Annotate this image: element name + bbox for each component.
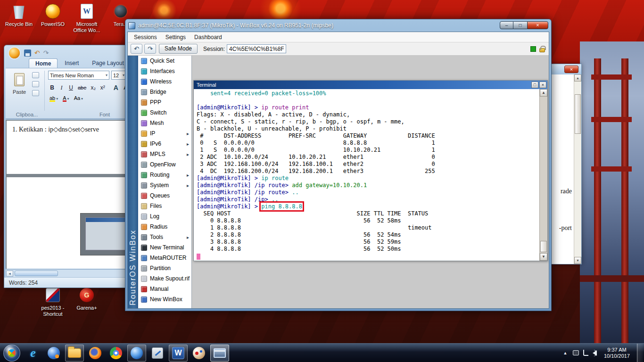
menu-item-sessions[interactable]: Sessions <box>130 33 161 42</box>
copy-icon[interactable] <box>32 81 39 87</box>
undo-icon[interactable]: ↶ <box>131 44 142 54</box>
paste-button[interactable]: Paste <box>9 71 29 109</box>
sidebar-item-routing[interactable]: Routing▸ <box>138 170 191 180</box>
desktop-icon-poweriso[interactable]: PowerISO <box>36 3 70 33</box>
menu-item-dashboard[interactable]: Dashboard <box>190 33 226 42</box>
tab-page-layout[interactable]: Page Layout <box>86 58 130 68</box>
word-count[interactable]: Words: 254 <box>9 280 38 286</box>
sidebar-item-openflow[interactable]: OpenFlow <box>138 159 191 170</box>
close-button[interactable]: × <box>564 66 578 73</box>
taskbar-word[interactable]: W <box>169 345 188 362</box>
background-window-titlebar[interactable]: × <box>549 64 581 74</box>
bold-button[interactable]: B <box>48 83 56 92</box>
taskbar-paint[interactable] <box>190 345 208 362</box>
sidebar-item-new-winbox[interactable]: New WinBox <box>138 294 191 304</box>
desktop-icon-garena[interactable]: GGarena+ <box>70 287 104 317</box>
clock[interactable]: 9:37 AM 10/10/2017 <box>601 347 633 359</box>
cut-icon[interactable] <box>32 72 39 78</box>
font-name-select[interactable]: Times New Roman ▾ <box>48 71 109 80</box>
strikethrough-button[interactable]: abe <box>76 83 88 92</box>
sidebar-item-manual[interactable]: Manual <box>138 284 191 294</box>
sidebar-item-label: Bridge <box>150 89 166 95</box>
sidebar-item-make-supout-rif[interactable]: Make Supout.rif <box>138 273 191 284</box>
taskbar-chrome[interactable] <box>107 345 125 362</box>
taskbar-media-player[interactable] <box>44 345 63 362</box>
scroll-down-icon[interactable]: ▼ <box>540 253 547 261</box>
sidebar-item-label: Interfaces <box>150 68 175 74</box>
scrollbar-thumb[interactable] <box>540 241 547 252</box>
change-case-button[interactable]: Aa ▾ <box>73 95 84 103</box>
background-window-scrollbar[interactable]: ▲ ▼ <box>574 74 581 264</box>
minimize-button[interactable]: – <box>500 21 513 29</box>
maximize-button[interactable]: □ <box>513 21 527 29</box>
grow-font-button[interactable]: A <box>112 83 120 92</box>
taskbar-internet-explorer[interactable]: e <box>24 345 42 362</box>
close-button[interactable]: × <box>539 82 546 88</box>
scroll-left-icon[interactable]: ◂ <box>6 271 13 277</box>
sidebar-item-interfaces[interactable]: Interfaces <box>138 66 191 76</box>
sidebar-item-ppp[interactable]: PPP <box>138 97 191 107</box>
terminal-titlebar[interactable]: Terminal □ × <box>194 81 547 89</box>
show-desktop-button[interactable] <box>637 344 643 362</box>
taskbar-file-explorer[interactable] <box>65 345 84 362</box>
terminal-text[interactable]: sent=4 received=0 packet-loss=100%[admin… <box>194 89 539 261</box>
format-painter-icon[interactable] <box>32 90 39 96</box>
redo-icon[interactable]: ↷ <box>43 49 49 56</box>
desktop-icon-image: G <box>78 287 95 304</box>
sidebar-item-mpls[interactable]: MPLS▸ <box>138 149 191 159</box>
close-button[interactable]: × <box>527 21 548 29</box>
hidden-icons-button[interactable]: ▲ <box>562 351 569 355</box>
sidebar-item-metarouter[interactable]: MetaROUTER <box>138 253 191 263</box>
undo-icon[interactable]: ↶ <box>34 49 40 56</box>
menu-item-settings[interactable]: Settings <box>161 33 190 42</box>
scrollbar-thumb[interactable] <box>15 271 58 276</box>
sidebar-item-radius[interactable]: Radius <box>138 222 191 232</box>
font-size-select[interactable]: 12 ▾ <box>111 71 126 80</box>
volume-icon[interactable] <box>593 350 597 356</box>
scroll-down-icon[interactable]: ▼ <box>574 257 581 264</box>
scroll-up-icon[interactable]: ▲ <box>540 89 547 97</box>
sidebar-item-partition[interactable]: Partition <box>138 263 191 273</box>
sidebar-item-new-terminal[interactable]: New Terminal <box>138 242 191 253</box>
taskbar-active-window[interactable] <box>210 345 229 362</box>
sidebar-item-ipv6[interactable]: IPv6▸ <box>138 139 191 149</box>
tab-insert[interactable]: Insert <box>58 58 85 68</box>
highlight-button[interactable]: ab ▾ <box>48 95 59 103</box>
usb-icon[interactable] <box>583 350 588 356</box>
italic-button[interactable]: I <box>58 83 66 92</box>
scrollbar-thumb[interactable] <box>575 94 581 134</box>
sidebar-item-mesh[interactable]: Mesh <box>138 118 191 128</box>
office-button[interactable] <box>8 47 21 59</box>
sidebar-item-ip[interactable]: IP▸ <box>138 128 191 139</box>
sidebar-item-wireless[interactable]: Wireless <box>138 76 191 87</box>
sidebar-item-files[interactable]: Files <box>138 201 191 211</box>
subscript-button[interactable]: x₂ <box>89 83 97 92</box>
taskbar-editor[interactable] <box>148 345 167 362</box>
session-input[interactable] <box>227 44 286 53</box>
desktop-icon-microsoft-office-wo[interactable]: WMicrosoft Office Wo... <box>70 3 104 33</box>
taskbar-winbox-sphere[interactable] <box>127 345 146 362</box>
action-center-icon[interactable] <box>573 350 579 355</box>
desktop-icon-recycle-bin[interactable]: Recycle Bin <box>2 3 36 33</box>
terminal-scrollbar[interactable]: ▲ ▼ <box>539 89 547 261</box>
underline-button[interactable]: U <box>67 83 75 92</box>
desktop-icon-pes2013-shortcut[interactable]: pes2013 - Shortcut <box>36 287 70 317</box>
restore-button[interactable]: □ <box>531 82 538 88</box>
scroll-up-icon[interactable]: ▲ <box>574 74 581 82</box>
sidebar-item-tools[interactable]: Tools▸ <box>138 232 191 242</box>
tab-home[interactable]: Home <box>29 58 58 68</box>
safe-mode-button[interactable]: Safe Mode <box>159 44 198 54</box>
redo-icon[interactable]: ↷ <box>144 44 156 54</box>
taskbar-firefox[interactable] <box>86 345 105 362</box>
start-button[interactable] <box>3 345 20 362</box>
superscript-button[interactable]: x² <box>99 83 107 92</box>
save-icon[interactable] <box>24 49 31 57</box>
sidebar-item-system[interactable]: System▸ <box>138 180 191 190</box>
sidebar-item-quick-set[interactable]: Quick Set <box>138 56 191 66</box>
sidebar-item-switch[interactable]: Switch <box>138 107 191 118</box>
sidebar-item-bridge[interactable]: Bridge <box>138 87 191 97</box>
font-color-button[interactable]: A ▾ <box>61 95 70 103</box>
sidebar-item-queues[interactable]: Queues <box>138 190 191 201</box>
sidebar-item-log[interactable]: Log <box>138 211 191 222</box>
winbox-titlebar[interactable]: admin@4C:5E:0C:B1:8F:37 (MikroTik) - Win… <box>127 19 549 32</box>
